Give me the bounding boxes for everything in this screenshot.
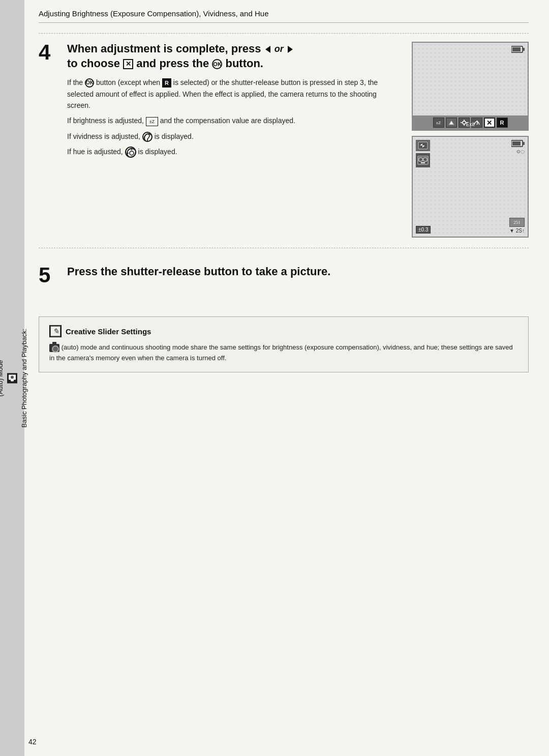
ok-button-icon: OK <box>212 59 222 69</box>
icon-r: R <box>497 118 508 128</box>
svg-rect-27 <box>523 142 525 145</box>
step4-number: 4 <box>39 42 59 63</box>
step4-para3: If vividness is adjusted, is displayed. <box>67 131 393 142</box>
r-box-icon: R <box>162 78 171 88</box>
header-title: Adjusting Brightness (Exposure Compensat… <box>39 9 268 18</box>
step4-body: If the OK button (except when R is selec… <box>67 77 393 158</box>
step4-section: 4 When adjustment is complete, press or … <box>39 33 529 238</box>
exposure-badge: ±0.3 <box>416 226 431 234</box>
screen2-timer-icon: ⊙◌ <box>516 149 525 154</box>
screen1-battery <box>511 46 525 55</box>
sidebar: (Auto) Mode Basic Photography and Playba… <box>0 0 24 756</box>
sidebar-mode-label: (Auto) Mode <box>0 360 4 396</box>
screen2-shots-row: 251 <box>509 218 525 227</box>
note-body-text: (auto) mode and continuous shooting mode… <box>49 343 513 362</box>
svg-text:✎: ✎ <box>53 327 59 335</box>
exit-label: Exit <box>466 122 475 127</box>
camera-screen-2: ⊙◌ ±0.3 251 ▼ 2S↑ <box>412 136 529 238</box>
svg-rect-28 <box>512 141 521 146</box>
step4-title-part1: When adjustment is complete, press <box>67 42 261 55</box>
camera-screen-1: ±Z <box>412 42 529 131</box>
sidebar-text: (Auto) Mode Basic Photography and Playba… <box>0 329 28 427</box>
svg-rect-12 <box>523 48 525 51</box>
page: (Auto) Mode Basic Photography and Playba… <box>0 0 549 756</box>
step4-images: ±Z <box>412 42 529 238</box>
step4-title: When adjustment is complete, press or to… <box>67 42 393 71</box>
svg-rect-21 <box>416 154 430 167</box>
screen2-top-right: ⊙◌ <box>511 140 525 154</box>
note-title: Creative Slider Settings <box>66 327 151 336</box>
or-text: or <box>274 44 284 54</box>
ez-box-icon: ±Z <box>146 117 158 126</box>
sidebar-camera-icon <box>7 373 17 383</box>
hue-icon <box>125 147 136 158</box>
svg-rect-2 <box>11 379 14 381</box>
step4-title-part4: button. <box>225 57 263 70</box>
main-content: Adjusting Brightness (Exposure Compensat… <box>28 0 549 393</box>
svg-rect-13 <box>512 47 521 51</box>
step4-content: When adjustment is complete, press or to… <box>67 42 393 162</box>
note-box: ✎ Creative Slider Settings (auto) mode a… <box>39 316 529 372</box>
screen2-bottom: ±0.3 251 ▼ 2S↑ <box>416 218 525 234</box>
note-body: (auto) mode and continuous shooting mode… <box>49 342 518 364</box>
screen2-bottom-right: 251 ▼ 2S↑ <box>509 218 525 234</box>
cross-box-icon: ✕ <box>123 59 133 69</box>
sidebar-label: Basic Photography and Playback: <box>20 329 28 427</box>
page-header: Adjusting Brightness (Exposure Compensat… <box>39 0 529 23</box>
step5-row: 5 Press the shutter-release button to ta… <box>39 256 529 286</box>
icon-brightness <box>446 118 457 128</box>
step4-row: 4 When adjustment is complete, press or … <box>39 42 529 238</box>
note-header: ✎ Creative Slider Settings <box>49 325 518 337</box>
screen2-top-left <box>416 140 430 167</box>
screen2-shots-badge: 251 <box>509 218 525 227</box>
step5-section: 5 Press the shutter-release button to ta… <box>39 248 529 286</box>
arrow-left-icon <box>265 46 270 53</box>
icon-cross-selected: ✕ <box>484 118 495 128</box>
svg-point-15 <box>450 122 452 124</box>
screen2-flash-icon <box>416 140 430 151</box>
icon-ez: ±Z <box>433 118 444 128</box>
step4-title-part3: and press the <box>136 57 209 70</box>
page-number: 42 <box>28 738 37 746</box>
step5-number: 5 <box>39 265 59 286</box>
note-icon: ✎ <box>49 325 62 337</box>
step5-title: Press the shutter-release button to take… <box>67 265 529 279</box>
svg-point-6 <box>130 151 134 155</box>
step4-para2: If brightness is adjusted, ±Z and the co… <box>67 115 393 126</box>
screen2-scene-icon <box>416 153 430 167</box>
note-camera-icon <box>49 344 59 352</box>
arrow-right-icon <box>288 46 293 53</box>
step4-para4: If hue is adjusted, <box>67 146 393 158</box>
svg-rect-25 <box>421 162 425 163</box>
step4-para1: If the OK button (except when R is selec… <box>67 77 393 111</box>
step4-title-part2: to choose <box>67 57 120 70</box>
screen2-flash-label: ▼ 2S↑ <box>509 228 525 234</box>
vividness-icon <box>142 132 152 142</box>
step5-content: Press the shutter-release button to take… <box>67 265 529 285</box>
ok-icon-inline1: OK <box>85 78 94 88</box>
